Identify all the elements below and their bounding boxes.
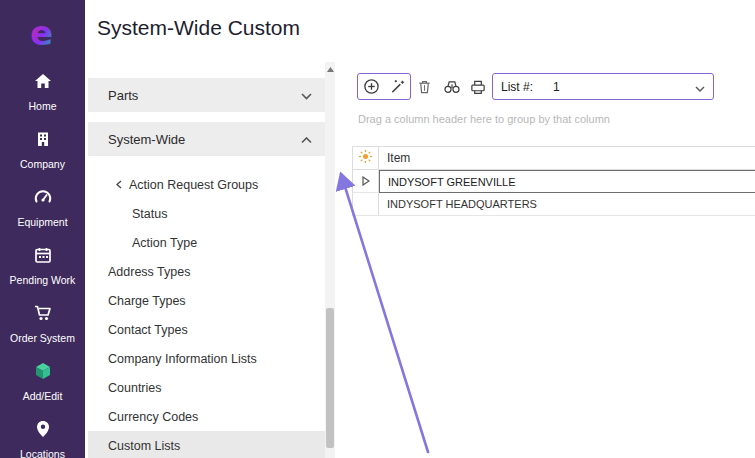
list-item-countries[interactable]: Countries [88, 373, 326, 402]
app-logo[interactable]: e [0, 0, 85, 62]
list-item-status[interactable]: Status [88, 199, 326, 228]
binoculars-icon[interactable] [443, 78, 461, 95]
scrollbar-thumb[interactable] [326, 308, 334, 448]
locations-icon [33, 419, 53, 443]
print-icon[interactable] [469, 78, 487, 95]
list-item-label: Status [132, 207, 167, 221]
grid-header-row: Item [352, 146, 755, 170]
list-item-charge-types[interactable]: Charge Types [88, 286, 326, 315]
sidebar-item-company[interactable]: Company [0, 120, 85, 178]
list-item-contact-types[interactable]: Contact Types [88, 315, 326, 344]
list-item-label: Custom Lists [108, 439, 180, 453]
delete-icon[interactable] [416, 78, 433, 95]
row-item-value: INDYSOFT HEADQUARTERS [379, 193, 755, 216]
sidebar-item-label: Home [28, 100, 56, 112]
wand-icon[interactable] [389, 78, 406, 95]
order-system-icon [33, 303, 53, 327]
sidebar: e Home Company Equipment Pending Work Or… [0, 0, 85, 458]
accordion-group-system-wide[interactable]: System-Wide [88, 122, 326, 156]
sidebar-item-order-system[interactable]: Order System [0, 294, 85, 352]
panel-scrollbar[interactable] [325, 62, 335, 458]
sidebar-item-label: Locations [20, 448, 65, 458]
add-icon[interactable] [363, 78, 380, 95]
add-edit-cube-icon [33, 361, 53, 385]
list-item-label: Address Types [108, 265, 190, 279]
chevron-down-icon [301, 88, 312, 103]
sidebar-item-pending-work[interactable]: Pending Work [0, 236, 85, 294]
sidebar-item-label: Order System [10, 332, 75, 344]
column-chooser-cell[interactable] [352, 147, 379, 169]
list-item-company-information-lists[interactable]: Company Information Lists [88, 344, 326, 373]
list-item-label: Charge Types [108, 294, 186, 308]
list-number-combo[interactable]: List #: 1 [492, 73, 714, 100]
sidebar-item-locations[interactable]: Locations [0, 410, 85, 458]
sidebar-item-label: Pending Work [10, 274, 76, 286]
svg-text:e: e [30, 13, 53, 53]
sun-icon [358, 149, 373, 168]
scroll-up-icon[interactable] [325, 64, 335, 74]
sidebar-item-label: Company [20, 158, 65, 170]
row-focus-arrow-icon [362, 172, 370, 190]
sidebar-item-equipment[interactable]: Equipment [0, 178, 85, 236]
list-item-action-request-groups[interactable]: Action Request Groups [88, 170, 326, 199]
page-title: System-Wide Custom [97, 16, 300, 40]
list-number-value[interactable]: 1 [553, 80, 689, 94]
list-item-label: Currency Codes [108, 410, 198, 424]
category-panel: Parts System-Wide Action Request Groups … [88, 62, 326, 458]
sidebar-item-label: Equipment [17, 216, 67, 228]
table-row[interactable]: INDYSOFT HEADQUARTERS [352, 193, 755, 216]
row-indicator-cell [352, 193, 379, 216]
list-number-label: List #: [501, 80, 533, 94]
list-item-label: Company Information Lists [108, 352, 257, 366]
list-item-label: Action Request Groups [129, 178, 258, 192]
pending-work-icon [33, 245, 53, 269]
column-header-item[interactable]: Item [379, 147, 755, 169]
sidebar-item-label: Add/Edit [23, 390, 63, 402]
equipment-icon [33, 187, 53, 211]
list-item-address-types[interactable]: Address Types [88, 257, 326, 286]
list-item-custom-lists[interactable]: Custom Lists [88, 431, 326, 458]
toolbar-edit-group [357, 73, 411, 100]
accordion-group-parts[interactable]: Parts [88, 78, 326, 112]
chevron-left-icon [116, 178, 122, 192]
chevron-down-icon[interactable] [695, 78, 705, 96]
list-item-label: Contact Types [108, 323, 188, 337]
sidebar-item-home[interactable]: Home [0, 62, 85, 120]
items-grid: Item INDYSOFT GREENVILLE INDYSOFT HEADQU… [352, 146, 755, 216]
chevron-up-icon [301, 132, 312, 147]
list-item-action-type[interactable]: Action Type [88, 228, 326, 257]
group-by-hint: Drag a column header here to group by th… [358, 113, 610, 125]
accordion-group-label: System-Wide [108, 132, 185, 147]
list-item-label: Action Type [132, 236, 197, 250]
list-item-label: Countries [108, 381, 162, 395]
brand-e-icon: e [22, 12, 64, 54]
row-item-value: INDYSOFT GREENVILLE [379, 170, 755, 193]
row-indicator-cell [352, 170, 379, 193]
sidebar-item-add-edit[interactable]: Add/Edit [0, 352, 85, 410]
accordion-group-label: Parts [108, 88, 138, 103]
table-row[interactable]: INDYSOFT GREENVILLE [352, 170, 755, 193]
list-item-currency-codes[interactable]: Currency Codes [88, 402, 326, 431]
company-icon [33, 129, 53, 153]
system-wide-list: Action Request Groups Status Action Type… [88, 170, 326, 458]
home-icon [33, 71, 53, 95]
